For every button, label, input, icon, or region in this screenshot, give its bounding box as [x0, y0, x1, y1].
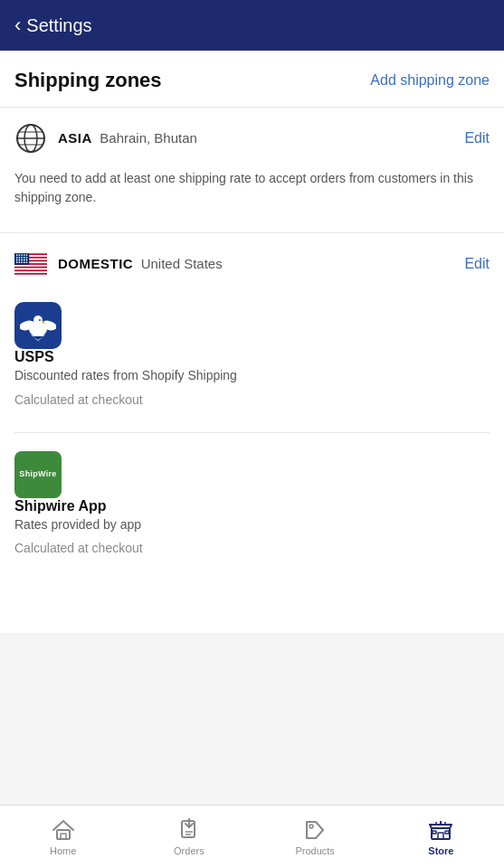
- svg-point-24: [19, 259, 21, 261]
- svg-point-22: [26, 257, 28, 259]
- shipwire-name: Shipwire App: [14, 498, 490, 514]
- svg-rect-49: [438, 833, 443, 839]
- svg-point-29: [19, 261, 21, 263]
- domestic-flag-icon: [14, 248, 47, 280]
- nav-item-products[interactable]: Products: [252, 818, 378, 856]
- svg-point-28: [16, 261, 18, 263]
- shipwire-logo: ShipWire: [14, 451, 62, 498]
- shipwire-logo-text: ShipWire: [19, 469, 56, 479]
- add-shipping-zone-button[interactable]: Add shipping zone: [370, 72, 490, 89]
- shipping-zones-header: Shipping zones Add shipping zone: [0, 51, 504, 107]
- nav-item-store[interactable]: Store: [378, 818, 504, 856]
- svg-point-23: [16, 259, 18, 261]
- zone-domestic-header-left: DOMESTIC United States: [14, 248, 223, 280]
- carrier-divider: [14, 432, 490, 433]
- svg-point-30: [21, 261, 23, 263]
- carrier-shipwire: ShipWire Shipwire App Rates provided by …: [14, 444, 490, 571]
- usps-logo: [14, 302, 62, 349]
- svg-point-27: [26, 259, 28, 261]
- orders-icon: [177, 818, 201, 842]
- zone-asia: ASIA Bahrain, Bhutan Edit You need to ad…: [0, 107, 504, 225]
- usps-description: Discounted rates from Shopify Shipping: [14, 367, 490, 385]
- back-button[interactable]: ‹ Settings: [14, 14, 92, 37]
- svg-point-32: [26, 261, 28, 263]
- shipping-zones-title: Shipping zones: [14, 69, 162, 92]
- svg-point-47: [309, 825, 313, 828]
- svg-rect-51: [445, 831, 449, 834]
- products-nav-label: Products: [295, 845, 334, 856]
- svg-point-15: [21, 254, 23, 256]
- zone-asia-name-row: ASIA Bahrain, Bhutan: [58, 130, 197, 146]
- products-icon: [303, 818, 327, 842]
- store-icon: [429, 818, 452, 842]
- zone-domestic-name: DOMESTIC: [58, 256, 133, 271]
- svg-point-18: [16, 257, 18, 259]
- header-title: Settings: [26, 15, 91, 36]
- svg-point-26: [24, 259, 25, 261]
- header: ‹ Settings: [0, 0, 504, 51]
- svg-point-14: [19, 254, 21, 256]
- shipwire-checkout-info: Calculated at checkout: [14, 541, 490, 555]
- zone-domestic-countries: United States: [141, 256, 223, 271]
- shipwire-description: Rates provided by app: [14, 516, 490, 534]
- carrier-usps: USPS Discounted rates from Shopify Shipp…: [14, 295, 490, 421]
- svg-rect-41: [57, 830, 70, 839]
- home-icon: [52, 818, 75, 842]
- svg-rect-9: [14, 265, 47, 267]
- svg-point-36: [33, 316, 43, 325]
- svg-rect-11: [14, 271, 47, 273]
- svg-point-25: [21, 259, 23, 261]
- zone-asia-header-left: ASIA Bahrain, Bhutan: [14, 122, 197, 155]
- zone-domestic: DOMESTIC United States Edit: [0, 232, 504, 570]
- svg-point-21: [24, 257, 25, 259]
- usps-checkout-info: Calculated at checkout: [14, 392, 490, 407]
- main-content: Shipping zones Add shipping zone ASIA: [0, 51, 504, 633]
- svg-rect-50: [433, 831, 436, 834]
- zone-asia-warning: You need to add at least one shipping ra…: [14, 169, 490, 225]
- bottom-nav: Home Orders Products: [0, 805, 504, 868]
- zone-asia-header: ASIA Bahrain, Bhutan Edit: [14, 108, 490, 169]
- zone-domestic-header: DOMESTIC United States Edit: [14, 233, 490, 295]
- nav-item-home[interactable]: Home: [0, 818, 126, 856]
- svg-point-31: [24, 261, 25, 263]
- svg-point-19: [19, 257, 21, 259]
- svg-rect-10: [14, 269, 47, 270]
- svg-point-13: [16, 254, 18, 256]
- zone-asia-edit-button[interactable]: Edit: [464, 130, 490, 146]
- store-nav-label: Store: [428, 845, 453, 856]
- nav-item-orders[interactable]: Orders: [126, 818, 252, 856]
- asia-globe-icon: [14, 122, 47, 155]
- zone-asia-countries: Bahrain, Bhutan: [100, 130, 197, 146]
- zone-domestic-name-row: DOMESTIC United States: [58, 256, 223, 272]
- svg-point-20: [21, 257, 23, 259]
- svg-point-38: [39, 319, 41, 321]
- usps-name: USPS: [14, 349, 490, 365]
- zone-asia-name: ASIA: [58, 130, 92, 146]
- back-chevron-icon: ‹: [14, 14, 21, 37]
- svg-point-16: [24, 254, 25, 256]
- orders-nav-label: Orders: [174, 845, 204, 856]
- home-nav-label: Home: [50, 845, 76, 856]
- zone-domestic-edit-button[interactable]: Edit: [464, 256, 490, 272]
- svg-marker-40: [33, 336, 43, 340]
- svg-point-17: [26, 254, 28, 256]
